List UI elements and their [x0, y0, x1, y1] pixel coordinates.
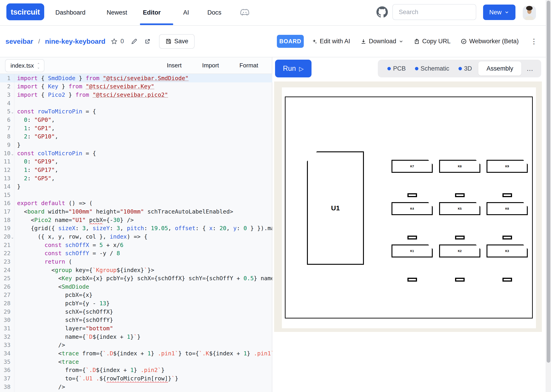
code-line[interactable]: 13 2: "GP5", [0, 174, 272, 182]
nav-item-docs[interactable]: Docs [207, 0, 222, 25]
code-line[interactable]: 9} [0, 141, 272, 149]
code-line[interactable]: 37 to={`.U1 .${rowToMicroPin[row]}`} [0, 374, 272, 383]
fold-spacer [10, 161, 14, 162]
code-line[interactable]: 8 2: "GP10", [0, 132, 272, 141]
code-line[interactable]: 32 name={`D${index + 1}`} [0, 333, 272, 341]
key-k3[interactable]: K3 [487, 245, 528, 258]
code-line[interactable]: 1import { SmdDiode } from "@tsci/seveiba… [0, 74, 272, 82]
tabs-more-button[interactable]: … [526, 65, 534, 72]
code-line[interactable]: 21 const schOffX = 5 + x/6 [0, 241, 272, 249]
tab-assembly[interactable]: Assembly [478, 62, 521, 76]
code-line[interactable]: 5⌄const rowToMicroPin = { [0, 107, 272, 116]
file-select[interactable]: index.tsx ⌃⌄ [5, 59, 44, 72]
menu-format[interactable]: Format [239, 62, 258, 69]
board-outline: U1 K7K8K9K4K5K6K1K2K3 [285, 97, 533, 318]
code-line[interactable]: 28 pcbY={y - 13} [0, 299, 272, 308]
code-line[interactable]: 30 schY={schOffY} [0, 316, 272, 324]
copy-url-button[interactable]: Copy URL [414, 38, 451, 45]
fold-chevron-icon[interactable]: ⌄ [10, 150, 14, 156]
code-line[interactable]: 2import { Key } from "@tsci/seveibar.Key… [0, 82, 272, 91]
user-avatar[interactable] [523, 6, 536, 20]
scrollbar-thumb[interactable] [547, 1, 550, 363]
code-line[interactable]: 12 1: "GP17", [0, 166, 272, 174]
code-line[interactable]: 38 /> [0, 383, 272, 391]
star-icon[interactable] [111, 38, 118, 45]
download-button[interactable]: Download [360, 38, 404, 45]
line-number: 38 [0, 384, 10, 390]
breadcrumb-project[interactable]: nine-key-keyboard [45, 38, 106, 45]
github-icon[interactable] [376, 6, 388, 18]
diode-component[interactable] [502, 236, 512, 239]
code-line[interactable]: 19 {grid({ sizeX: 3, sizeY: 3, pitch: 19… [0, 224, 272, 233]
rename-pencil-icon[interactable] [131, 38, 138, 45]
code-line[interactable]: 3import { Pico2 } from "@tsci/seveibar.p… [0, 91, 272, 99]
diode-component[interactable] [455, 278, 465, 282]
code-line[interactable]: 24 <group key={`Kgroup${index}`}> [0, 266, 272, 274]
code-line[interactable]: 27 pcbX={x} [0, 291, 272, 299]
code-line[interactable]: 18 <Pico2 name="U1" pcbX={-30} /> [0, 216, 272, 224]
key-k2[interactable]: K2 [439, 245, 480, 258]
nav-item-dashboard[interactable]: Dashboard [55, 0, 86, 25]
diode-component[interactable] [502, 193, 512, 197]
code-line[interactable]: 14} [0, 182, 272, 191]
assembly-canvas[interactable]: U1 K7K8K9K4K5K6K1K2K3 [274, 82, 542, 332]
fold-chevron-icon[interactable]: ⌄ [10, 234, 14, 239]
code-line[interactable]: 10⌄const colToMicroPin = { [0, 149, 272, 158]
code-line[interactable]: 15 [0, 191, 272, 199]
code-line[interactable]: 26 <SmdDiode [0, 282, 272, 291]
menu-insert[interactable]: Insert [167, 62, 182, 69]
menu-import[interactable]: Import [202, 62, 219, 69]
code-line[interactable]: 29 schX={schOffX} [0, 308, 272, 316]
search-input[interactable] [399, 9, 472, 16]
code-line[interactable]: 35 <trace [0, 358, 272, 366]
diode-component[interactable] [455, 193, 465, 197]
code-line[interactable]: 31 layer="bottom" [0, 324, 272, 333]
code-line[interactable]: 23 return ( [0, 258, 272, 266]
diode-component[interactable] [502, 278, 512, 282]
diode-component[interactable] [408, 236, 417, 239]
key-k8[interactable]: K8 [439, 160, 480, 173]
key-k6[interactable]: K6 [487, 202, 528, 215]
nav-item-newest[interactable]: Newest [107, 0, 127, 25]
diode-component[interactable] [408, 193, 417, 197]
tab-pcb[interactable]: PCB [387, 65, 406, 72]
edit-with-ai-button[interactable]: Edit with AI [311, 38, 350, 45]
code-line[interactable]: 36 from={`.D${index + 1} .pin2`} [0, 366, 272, 374]
code-line[interactable]: 7 1: "GP1", [0, 124, 272, 133]
save-button[interactable]: Save [159, 34, 195, 49]
code-line[interactable]: 6 0: "GP0", [0, 116, 272, 124]
code-line[interactable]: 20⌄ ({ x, y, row, col }, index) => { [0, 232, 272, 241]
new-button[interactable]: New [483, 5, 515, 20]
code-line[interactable]: 17 <board width="100mm" height="100mm" s… [0, 207, 272, 216]
code-line[interactable]: 16export default () => ( [0, 199, 272, 208]
board-badge[interactable]: BOARD [277, 35, 304, 48]
code-line[interactable]: 22 const schOffY = -y / 8 [0, 249, 272, 258]
webworker-toggle[interactable]: Webworker (Beta) [460, 38, 519, 45]
code-line[interactable]: 4 [0, 99, 272, 107]
code-line[interactable]: 33 /> [0, 341, 272, 350]
key-k7[interactable]: K7 [392, 160, 433, 173]
nav-item-ai[interactable]: AI [183, 0, 189, 25]
key-k9[interactable]: K9 [487, 160, 528, 173]
component-u1[interactable]: U1 [307, 151, 364, 265]
open-external-icon[interactable] [144, 38, 151, 45]
tab-3d[interactable]: 3D [458, 65, 472, 72]
diode-component[interactable] [408, 278, 417, 282]
tscircuit-logo[interactable]: tscircuit [6, 3, 44, 20]
kebab-menu-icon[interactable]: ⋮ [530, 37, 537, 45]
code-line[interactable]: 25 <Key pcbX={x} pcbY={y} schX={schOffX}… [0, 274, 272, 282]
page-scrollbar[interactable] [546, 0, 551, 392]
code-line[interactable]: 34 <trace from={`.D${index + 1} .pin1`} … [0, 349, 272, 358]
breadcrumb-owner[interactable]: seveibar [6, 38, 33, 45]
key-k1[interactable]: K1 [392, 245, 433, 258]
tab-schematic[interactable]: Schematic [415, 65, 449, 72]
nav-item-editor[interactable]: Editor [143, 0, 161, 25]
key-k4[interactable]: K4 [392, 202, 433, 215]
diode-component[interactable] [455, 236, 465, 239]
fold-chevron-icon[interactable]: ⌄ [10, 109, 14, 114]
code-line[interactable]: 11 0: "GP19", [0, 157, 272, 166]
code-area[interactable]: 1import { SmdDiode } from "@tsci/seveiba… [0, 74, 272, 392]
key-k5[interactable]: K5 [439, 202, 480, 215]
run-button[interactable]: Run ▷ [275, 60, 312, 77]
discord-icon[interactable] [239, 7, 250, 18]
